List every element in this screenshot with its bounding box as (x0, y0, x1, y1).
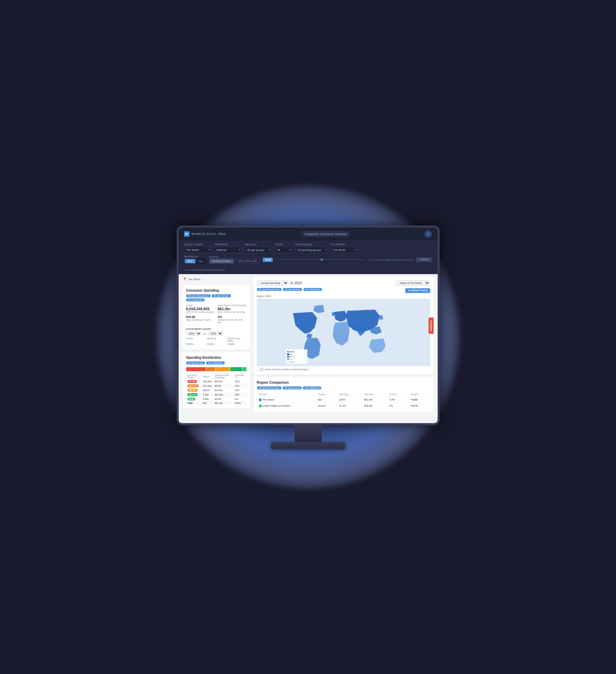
dist-people: 3.8bn (202, 397, 213, 401)
map-filter-row: All spending groups All age groups All C… (257, 288, 322, 291)
region-country: United States of America (257, 403, 316, 409)
spending-dist-title: Spending Distribution (186, 356, 247, 359)
year-btn[interactable]: Year (185, 259, 196, 263)
growth-from-select[interactable]: 2024 (186, 331, 202, 336)
region-filter-2[interactable]: All Categories (303, 386, 322, 389)
dist-table-row: $60-120 301.8mn $9.8tn 16% (186, 384, 247, 388)
app-container: W WORLD DATA PRO Categories Consumer Dem… (179, 228, 438, 423)
growth-pct-note: compared to $20.96 world avg (218, 319, 247, 323)
in-year-label: In 2024 (291, 281, 302, 285)
dist-filter-0[interactable]: All age groups (186, 361, 205, 364)
growth-col-people-label: People (186, 337, 205, 342)
dist-demand: $20.3tn (213, 379, 233, 384)
region-th-country[interactable]: Country ↕ (257, 392, 316, 397)
north-america (293, 312, 317, 333)
your-selection-select[interactable]: The World (331, 246, 358, 253)
nominal-btn[interactable]: Nominal Dollars (209, 259, 234, 264)
dist-range: Total (186, 401, 202, 405)
user-avatar[interactable]: 👤 (424, 230, 432, 238)
svg-rect-6 (287, 358, 289, 360)
dist-th-pct: Spending % (233, 373, 246, 379)
dist-table-row: $+120 264.9mn $20.3tn 33% (186, 379, 247, 384)
timeline-container[interactable] (275, 256, 365, 263)
timeline-cursor[interactable] (321, 259, 323, 261)
controls-row-1: Country & Region The World Subnationals (184, 243, 432, 254)
dist-people: 8bn (202, 401, 213, 405)
export-btn[interactable]: ⬇ EXPORT DATA (405, 288, 430, 293)
stat-row-daily: $20.96 Daily Spending per capita 0% comp… (186, 315, 247, 323)
spending-per-label: Spending per (184, 255, 206, 258)
map-filter-1[interactable]: All age groups (283, 288, 302, 291)
annual-spending-select[interactable]: Annual spending (257, 280, 289, 286)
dist-demand: $3.9tn (213, 397, 233, 401)
svg-rect-2 (287, 354, 289, 355)
svg-rect-4 (287, 356, 289, 357)
gender-group: Gender All (275, 243, 292, 254)
show-countries-toggle[interactable] (257, 368, 264, 371)
dist-table-row: $12-40 2.7bn $12.5bn 20% (186, 392, 247, 397)
map-filter-2[interactable]: All Categories (303, 288, 322, 291)
filter-tag-2[interactable]: All Categories (186, 298, 205, 301)
filter-tag-1[interactable]: All age groups (212, 294, 231, 297)
dist-people: 916mn (202, 388, 213, 392)
growth-col-percap-label: Spending per capita (227, 337, 246, 342)
growth-people-value: +0.9% (186, 343, 205, 346)
age-group-label: Age groups (245, 243, 272, 245)
stat-row-people: People 8,018,340,835 100% of the world p… (186, 304, 247, 313)
year-badge: 2024 (263, 258, 273, 262)
spending-per-group: Spending per Year Day (184, 255, 206, 264)
region-comparison-title: Region Comparison (257, 381, 430, 384)
dist-pct: 33% (233, 379, 246, 384)
growth-section-label: Annual Market growth: (186, 328, 247, 330)
map-filter-0[interactable]: All spending groups (257, 288, 282, 291)
dist-th-people: People (202, 373, 213, 379)
gender-select[interactable]: All (275, 246, 292, 253)
dist-th-demand: Demand (Total Spending) (213, 373, 233, 379)
map-controls-row: Annual spending In 2024 Share of The Wor… (257, 280, 430, 286)
daily-value: $20.96 (186, 315, 215, 319)
region-th-people[interactable]: People ↕ (316, 392, 337, 397)
bar-seg-2 (216, 367, 230, 371)
svg-text:Map Key: Map Key (287, 351, 294, 353)
region-filter-1[interactable]: All age groups (283, 386, 302, 389)
subnationals-label: Subnationals (214, 243, 241, 245)
filter-tag-0[interactable]: All spending groups (186, 294, 211, 297)
region-th-growth[interactable]: Growth ↕ (387, 392, 409, 397)
subnationals-select[interactable]: National (214, 246, 241, 253)
feedback-tab[interactable]: Feedback (429, 318, 434, 334)
region-th-spending-pct[interactable]: Spending ↕ (337, 392, 362, 397)
region-label: Region VMPs (257, 295, 271, 297)
country-region-label: Country & Region (184, 243, 211, 245)
growth-to-select[interactable]: 2025 (208, 331, 223, 336)
region-growth-abs: +4.7% (409, 403, 430, 409)
country-region-select[interactable]: The World (184, 246, 211, 253)
categories-button[interactable]: Categories Consumer Demand (301, 231, 350, 237)
africa (332, 322, 349, 346)
country-region-group: Country & Region The World (184, 243, 211, 254)
ppp-btn[interactable]: 2017 PPP USD (235, 259, 260, 264)
region-th-growth2[interactable]: Growth ↕ (409, 392, 430, 397)
age-group-select[interactable]: All age groups (245, 246, 272, 253)
dist-range: $+120 (186, 379, 202, 384)
header: W WORLD DATA PRO Categories Consumer Dem… (179, 228, 438, 240)
share-select[interactable]: Share of The World (395, 280, 430, 286)
note-text: You're currently looking at Nominal Doll… (184, 269, 226, 271)
dist-people: 2.7bn (202, 392, 213, 397)
timeline-labels: 2016 2018 2020 2022 2024 2026 2028 2030 … (369, 259, 414, 261)
people-value: 8,018,340,835 (186, 307, 215, 311)
dist-filter-1[interactable]: All Categories (206, 361, 225, 364)
region-spending-val: $18.3tn (362, 403, 387, 409)
day-btn[interactable]: Day (196, 259, 206, 263)
svg-text:High: High (290, 354, 293, 355)
region-th-spending-val[interactable]: Spending ↕ (362, 392, 387, 397)
dist-pct: 20% (233, 392, 246, 397)
spending-group-select[interactable]: All spending groups (295, 246, 327, 253)
stat-pct: Percentage of Total Spending $61.5tn 100… (218, 304, 247, 313)
logo-icon: W (184, 231, 189, 237)
consumer-spending-card: Consumer Spending All spending groups Al… (183, 285, 250, 350)
left-panel: 📍 The World Consumer Spending All spendi… (183, 277, 250, 412)
dist-range: $60-120 (186, 384, 202, 388)
reset-button[interactable]: ↺ RESET (416, 257, 432, 262)
spending-group-group: Spending group All spending groups (295, 243, 327, 254)
region-filter-0[interactable]: All spending groups (257, 386, 282, 389)
